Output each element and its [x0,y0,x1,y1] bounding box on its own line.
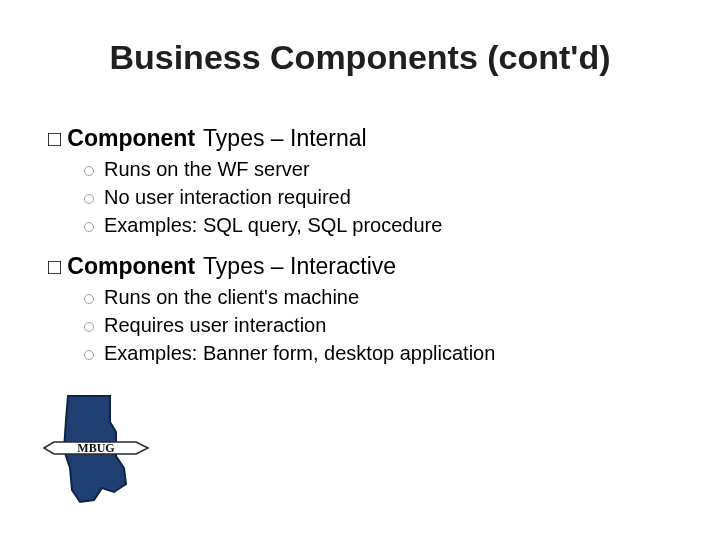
list-item-text: Runs on the WF server [104,156,310,182]
list-item-text: Requires user interaction [104,312,326,338]
list-item-text: Runs on the client's machine [104,284,359,310]
list-item: Runs on the WF server [84,156,672,182]
slide: Business Components (cont'd) □ Component… [0,0,720,540]
ring-bullet-icon [84,222,94,232]
heading-bold: Component [67,124,195,154]
bullet-square-icon: □ [48,125,61,154]
list-item: Examples: Banner form, desktop applicati… [84,340,672,366]
state-map-icon: MBUG [36,390,156,510]
logo-label: MBUG [77,441,114,455]
heading-bold: Component [67,252,195,282]
list-item-text: Examples: SQL query, SQL procedure [104,212,442,238]
spacer [48,240,672,246]
heading-rest: Types – Interactive [203,252,396,282]
slide-title: Business Components (cont'd) [0,38,720,77]
ring-bullet-icon [84,194,94,204]
list-item: Examples: SQL query, SQL procedure [84,212,672,238]
section-heading: □ Component Types – Internal [48,124,672,154]
heading-rest: Types – Internal [203,124,367,154]
list-item: No user interaction required [84,184,672,210]
bullet-square-icon: □ [48,253,61,282]
mbug-logo: MBUG [36,390,156,510]
ring-bullet-icon [84,166,94,176]
section-heading: □ Component Types – Interactive [48,252,672,282]
slide-content: □ Component Types – Internal Runs on the… [48,118,672,368]
ring-bullet-icon [84,350,94,360]
list-item-text: Examples: Banner form, desktop applicati… [104,340,495,366]
list-item-text: No user interaction required [104,184,351,210]
list-item: Requires user interaction [84,312,672,338]
list-item: Runs on the client's machine [84,284,672,310]
ring-bullet-icon [84,322,94,332]
ring-bullet-icon [84,294,94,304]
